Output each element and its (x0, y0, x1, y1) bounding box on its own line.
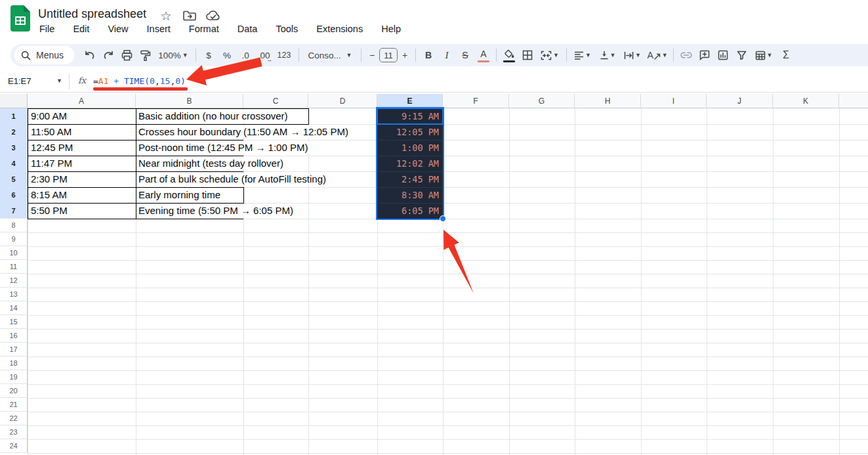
cloud-saved-icon[interactable] (206, 9, 220, 23)
row-header-5[interactable]: 5 (0, 171, 28, 187)
format-currency-button[interactable]: $ (199, 47, 218, 64)
row-header-12[interactable]: 12 (0, 274, 28, 288)
vertical-align-button[interactable]: ▼ (595, 47, 620, 64)
insert-chart-button[interactable] (714, 47, 732, 64)
cell-B4[interactable]: Near midnight (tests day rollover) (138, 158, 285, 169)
row-header-2[interactable]: 2 (0, 124, 28, 140)
row-header-4[interactable]: 4 (0, 156, 28, 171)
formula-input[interactable]: =A1 + TIME(0,15,0) (93, 76, 186, 86)
decrease-font-size-button[interactable]: − (365, 47, 379, 64)
cell-B7[interactable]: Evening time (5:50 PM → 6:05 PM) (138, 205, 295, 217)
row-header-8[interactable]: 8 (0, 219, 28, 232)
row-header-14[interactable]: 14 (0, 301, 28, 315)
row-header-9[interactable]: 9 (0, 232, 28, 246)
star-icon[interactable]: ☆ (159, 9, 173, 23)
column-header-I[interactable]: I (641, 94, 707, 108)
menu-extensions[interactable]: Extensions (315, 22, 364, 35)
row-header-21[interactable]: 21 (0, 398, 28, 412)
column-header-H[interactable]: H (575, 94, 641, 108)
cell-A7[interactable]: 5:50 PM (31, 205, 68, 217)
row-header-17[interactable]: 17 (0, 343, 28, 357)
column-header-A[interactable]: A (28, 94, 136, 108)
more-formats-button[interactable]: 123 (273, 47, 295, 64)
row-header-16[interactable]: 16 (0, 329, 28, 343)
column-header-B[interactable]: B (136, 94, 243, 108)
functions-button[interactable]: Σ (777, 47, 795, 64)
merge-cells-button[interactable]: ▼ (537, 47, 563, 64)
select-all-corner[interactable] (0, 94, 28, 108)
cell-A1[interactable]: 9:00 AM (31, 110, 67, 122)
insert-link-button[interactable] (677, 47, 695, 64)
menu-insert[interactable]: Insert (146, 22, 172, 35)
increase-decimal-button[interactable]: .00→ (255, 47, 273, 64)
undo-button[interactable] (81, 47, 99, 64)
chevron-down-icon[interactable]: ▼ (56, 77, 62, 84)
column-header-J[interactable]: J (707, 94, 773, 108)
menu-edit[interactable]: Edit (72, 22, 91, 35)
text-color-button[interactable]: A (474, 47, 493, 64)
row-header-22[interactable]: 22 (0, 412, 28, 425)
row-header-11[interactable]: 11 (0, 260, 28, 274)
row-header-10[interactable]: 10 (0, 246, 28, 260)
column-header-F[interactable]: F (443, 94, 509, 108)
insert-comment-button[interactable] (695, 47, 714, 64)
cell-A3[interactable]: 12:45 PM (31, 142, 73, 154)
redo-button[interactable] (99, 47, 117, 64)
paint-format-button[interactable] (136, 47, 154, 64)
row-header-1[interactable]: 1 (0, 108, 28, 124)
column-header-E[interactable]: E (377, 94, 443, 108)
menu-help[interactable]: Help (380, 22, 402, 35)
decrease-decimal-button[interactable]: .0← (236, 47, 255, 64)
borders-button[interactable] (518, 47, 537, 64)
column-header-G[interactable]: G (509, 94, 575, 108)
row-header-20[interactable]: 20 (0, 384, 28, 398)
column-header-clipped[interactable] (839, 94, 868, 108)
increase-font-size-button[interactable]: + (398, 47, 412, 64)
horizontal-align-button[interactable]: ▼ (570, 47, 595, 64)
row-header-13[interactable]: 13 (0, 288, 28, 301)
strikethrough-button[interactable]: S (456, 47, 474, 64)
menu-file[interactable]: File (38, 22, 56, 35)
zoom-select[interactable]: 100% ▼ (154, 47, 192, 64)
row-header-19[interactable]: 19 (0, 370, 28, 384)
cell-B1[interactable]: Basic addition (no hour crossover) (138, 110, 290, 122)
column-header-K[interactable]: K (773, 94, 839, 108)
column-header-D[interactable]: D (308, 94, 377, 108)
cell-A4[interactable]: 11:47 PM (31, 158, 72, 169)
row-header-23[interactable]: 23 (0, 425, 28, 439)
row-header-18[interactable]: 18 (0, 357, 28, 370)
table-tools-button[interactable]: ▼ (751, 47, 777, 64)
row-header-15[interactable]: 15 (0, 315, 28, 329)
spreadsheet-grid[interactable]: ABCDEFGHIJK12345678910111213141516171819… (0, 94, 868, 455)
menu-data[interactable]: Data (236, 22, 259, 35)
format-percent-button[interactable]: % (218, 47, 236, 64)
row-header-24[interactable]: 24 (0, 439, 28, 453)
cell-A5[interactable]: 2:30 PM (31, 173, 68, 185)
italic-button[interactable]: I (438, 47, 456, 64)
cell-B5[interactable]: Part of a bulk schedule (for AutoFill te… (138, 173, 328, 185)
menu-tools[interactable]: Tools (274, 22, 299, 35)
document-title[interactable]: Untitled spreadsheet (38, 7, 146, 21)
row-header-6[interactable]: 6 (0, 187, 28, 203)
print-button[interactable] (117, 47, 136, 64)
cell-B6[interactable]: Early morning time (138, 189, 222, 201)
cell-A2[interactable]: 11:50 AM (31, 126, 72, 138)
font-size-input[interactable]: 11 (379, 48, 398, 62)
menus-search[interactable]: Menus (14, 46, 74, 64)
cell-A6[interactable]: 8:15 AM (31, 189, 67, 201)
fill-handle[interactable] (440, 215, 446, 222)
fill-color-button[interactable] (500, 47, 518, 64)
cell-B2[interactable]: Crosses hour boundary (11:50 AM → 12:05 … (138, 126, 350, 138)
move-folder-icon[interactable] (182, 9, 197, 23)
font-select[interactable]: Conso... ▼ (302, 47, 358, 64)
row-header-3[interactable]: 3 (0, 140, 28, 156)
row-header-7[interactable]: 7 (0, 203, 28, 219)
create-filter-button[interactable] (732, 47, 751, 64)
column-header-C[interactable]: C (243, 94, 308, 108)
menu-format[interactable]: Format (188, 22, 220, 35)
text-wrap-button[interactable]: ▼ (620, 47, 645, 64)
bold-button[interactable]: B (419, 47, 438, 64)
name-box[interactable]: E1:E7 (8, 76, 31, 86)
text-rotation-button[interactable]: A ▼ (645, 47, 670, 64)
sheets-logo-icon[interactable] (10, 5, 30, 32)
